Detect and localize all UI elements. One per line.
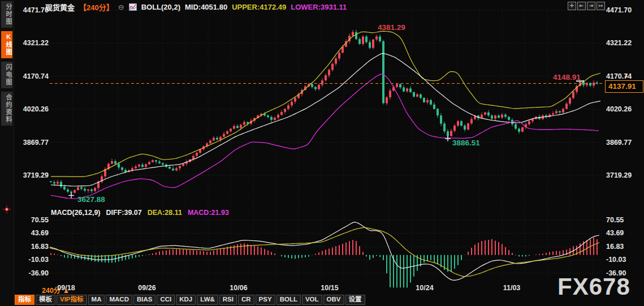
candle (53, 182, 55, 183)
candle (118, 164, 120, 168)
price-annotation: 4148.91 (553, 73, 581, 81)
candle (284, 109, 286, 112)
toolbar-button-OBV[interactable]: OBV (323, 295, 344, 305)
sidebar-tab-合约资料[interactable]: 合约资料 (1, 92, 12, 126)
candle (223, 134, 225, 137)
candle (430, 100, 432, 105)
macd-dea-value: DEA:28.11 (148, 209, 182, 217)
toolbar-button-KDJ[interactable]: KDJ (176, 295, 196, 305)
price-tick-right: 4170.74 (606, 72, 642, 80)
candle (593, 83, 595, 85)
candle (491, 115, 493, 118)
price-tick-left: 4471.70 (14, 6, 49, 14)
candle (399, 84, 401, 88)
macd-tick-right: -36.90 (606, 269, 642, 277)
toolbar-button-BOLL[interactable]: BOLL (276, 295, 301, 305)
candle (141, 165, 144, 167)
toolbar-button-PSY[interactable]: PSY (256, 295, 275, 305)
toolbar-button-RSI[interactable]: RSI (219, 295, 237, 305)
crosshair-icon[interactable]: ✛ (568, 2, 576, 10)
candle (589, 83, 591, 86)
candle (230, 129, 232, 132)
collapse-icon[interactable]: ⊖ (118, 3, 124, 11)
x-axis-date: 09/18 (57, 284, 75, 292)
candle (406, 88, 408, 91)
candle (277, 115, 279, 118)
price-annotation: 3886.51 (452, 139, 480, 147)
candle (243, 122, 245, 125)
scroll-left-icon[interactable]: ⇤ (577, 2, 586, 10)
period-badge: 【240分】 (79, 2, 114, 12)
toolbar-button-设置[interactable]: 设置 (345, 295, 365, 305)
candle (87, 189, 89, 191)
x-axis-date: 11/03 (503, 284, 521, 292)
trading-terminal: 4381.294148.913886.513627.88 分时图K线图闪电图合约… (0, 0, 644, 306)
macd-tick-left: -10.03 (14, 256, 49, 264)
x-axis-date: 09/26 (138, 284, 155, 292)
price-annotation: 4381.29 (378, 23, 405, 32)
candle (155, 160, 157, 161)
sidebar-tab-K线图[interactable]: K线图 (1, 31, 12, 58)
candle (267, 115, 269, 117)
candle (209, 140, 211, 143)
price-tick-left: 4321.22 (14, 39, 49, 47)
sidebar-tab-分时图[interactable]: 分时图 (1, 1, 12, 28)
candle (494, 115, 496, 118)
boll-mid-value: MID:4051.80 (185, 3, 227, 11)
candle (352, 32, 354, 36)
grid-lines (50, 6, 604, 279)
candle (389, 90, 391, 97)
toolbar-button-MA[interactable]: MA (88, 295, 105, 305)
candle (372, 40, 374, 48)
candle (175, 168, 178, 170)
candle (291, 102, 293, 106)
price-tick-right: 4020.26 (606, 105, 642, 113)
boll-lower-value: LOWER:3931.11 (291, 3, 347, 11)
candle (586, 83, 588, 85)
toolbar-button-指标[interactable]: 指标 (15, 295, 34, 305)
watermark: FX678 (557, 273, 630, 300)
candle (423, 98, 425, 102)
candle (420, 94, 422, 98)
candle (460, 121, 463, 126)
sidebar-tab-闪电图[interactable]: 闪电图 (1, 62, 12, 88)
toolbar-button-CR[interactable]: CR (238, 295, 254, 305)
scroll-right-icon[interactable]: ⇥ (587, 2, 595, 10)
page-right-icon[interactable]: ↦ (597, 2, 605, 10)
candle (369, 42, 371, 48)
candle (521, 127, 524, 132)
toolbar-button-CCI[interactable]: CCI (157, 295, 175, 305)
toolbar-button-VIP指标[interactable]: VIP指标 (57, 295, 87, 305)
candle (280, 112, 283, 115)
candle (565, 104, 568, 109)
toolbar-button-MACD[interactable]: MACD (106, 295, 132, 305)
x-axis-date: 10/06 (230, 284, 247, 292)
boll-upper-value: UPPER:4172.49 (232, 3, 286, 11)
candle (453, 126, 456, 131)
macd-header: MACD(26,12,9) DIFF:39.07 DEA:28.11 MACD:… (51, 209, 229, 217)
candle (84, 189, 86, 191)
candle (528, 121, 530, 124)
candle (335, 58, 337, 63)
candle (152, 160, 154, 162)
candle (314, 87, 317, 89)
macd-tick-left: 43.69 (14, 229, 49, 237)
candle (436, 109, 439, 116)
price-chart-canvas[interactable]: 4381.294148.913886.513627.88 (0, 0, 644, 306)
candle (362, 37, 364, 44)
candle (498, 115, 500, 118)
candle (80, 187, 83, 189)
candle (416, 94, 418, 97)
toolbar-button-LW&[interactable]: LW& (197, 295, 218, 305)
chart-window-controls: ✛⇤⇥↦ (568, 2, 605, 10)
candle (114, 161, 116, 164)
toolbar-button-VOL[interactable]: VOL (302, 295, 322, 305)
candle (321, 80, 323, 85)
candle (338, 53, 340, 58)
candle (60, 182, 62, 187)
indicator-toolbar: 指标模板VIP指标MAMACDBIASCCIKDJLW&RSICRPSYBOLL… (15, 295, 365, 305)
price-tick-left: 4170.74 (14, 72, 49, 80)
toolbar-button-模板[interactable]: 模板 (36, 295, 55, 305)
toolbar-button-BIAS[interactable]: BIAS (133, 295, 155, 305)
candle (57, 182, 59, 183)
